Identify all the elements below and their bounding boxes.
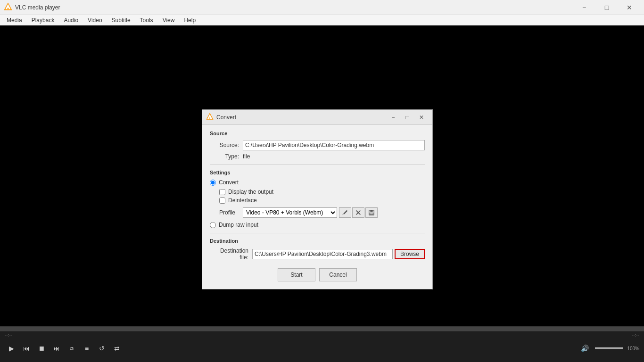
source-label: Source:: [210, 142, 243, 148]
maximize-button[interactable]: □: [596, 0, 618, 15]
type-label: Type:: [210, 153, 243, 160]
cancel-button[interactable]: Cancel: [319, 268, 357, 281]
profile-select[interactable]: Video - VP80 + Vorbis (Webm): [243, 207, 337, 218]
dialog-body: Source Source: Type: file Settings Conve…: [202, 125, 432, 289]
dialog-title: Convert: [216, 114, 386, 121]
type-row: Type: file: [210, 153, 425, 160]
destination-file-input[interactable]: [252, 249, 393, 259]
source-section-title: Source: [210, 131, 425, 136]
extended-settings-button[interactable]: ≡: [80, 342, 93, 355]
next-button[interactable]: ⏭: [50, 342, 63, 355]
profile-row: Profile Video - VP80 + Vorbis (Webm): [219, 207, 425, 218]
divider-1: [210, 165, 425, 165]
deinterlace-row: Deinterlace: [219, 197, 425, 204]
volume-fill: [595, 347, 623, 349]
prev-button[interactable]: ⏮: [20, 342, 33, 355]
time-left: --:--: [5, 333, 12, 338]
loop-button[interactable]: ↺: [95, 342, 108, 355]
svg-rect-9: [370, 210, 372, 212]
convert-radio-row: Convert: [210, 179, 425, 186]
dialog-titlebar: Convert − □ ✕: [202, 110, 432, 125]
time-bar: --:-- --:--: [0, 331, 644, 339]
shuffle-button[interactable]: ⇄: [110, 342, 124, 355]
volume-icon[interactable]: 🔊: [578, 342, 591, 355]
settings-section-title: Settings: [210, 170, 425, 175]
stop-button[interactable]: ⏹: [35, 342, 48, 355]
close-button[interactable]: ✕: [619, 0, 640, 15]
deinterlace-label[interactable]: Deinterlace: [228, 197, 257, 204]
menu-view[interactable]: View: [158, 16, 180, 25]
menu-subtitle[interactable]: Subtitle: [107, 16, 135, 25]
convert-dialog: Convert − □ ✕ Source Source: Type: file …: [202, 109, 433, 289]
destination-row: Destination file: Browse: [210, 247, 425, 261]
display-output-label[interactable]: Display the output: [228, 189, 273, 195]
dialog-maximize-button[interactable]: □: [400, 112, 414, 123]
controls-row: ▶ ⏮ ⏹ ⏭ ⧉ ≡ ↺ ⇄ 🔊 100%: [0, 339, 644, 358]
menu-audio[interactable]: Audio: [59, 16, 83, 25]
display-output-row: Display the output: [219, 189, 425, 195]
dump-raw-radio[interactable]: [210, 222, 216, 228]
destination-file-label: Destination file:: [210, 247, 252, 261]
profile-save-button[interactable]: [365, 207, 378, 218]
dump-raw-label[interactable]: Dump raw input: [219, 222, 258, 228]
profile-edit-button[interactable]: [339, 207, 351, 218]
volume-slider[interactable]: [595, 347, 623, 349]
play-button[interactable]: ▶: [5, 342, 18, 355]
profile-label: Profile: [219, 209, 243, 216]
menu-help[interactable]: Help: [179, 16, 200, 25]
dialog-close-button[interactable]: ✕: [414, 112, 429, 123]
menu-media[interactable]: Media: [2, 16, 27, 25]
volume-percent: 100%: [627, 346, 639, 351]
titlebar: VLC media player − □ ✕: [0, 0, 644, 15]
dialog-icon: [206, 113, 214, 122]
menu-video[interactable]: Video: [83, 16, 107, 25]
svg-point-5: [209, 117, 211, 119]
start-button[interactable]: Start: [278, 268, 315, 281]
progress-bar-area[interactable]: [0, 327, 644, 331]
dialog-minimize-button[interactable]: −: [386, 112, 400, 123]
dump-raw-radio-row: Dump raw input: [210, 222, 425, 228]
menubar: Media Playback Audio Video Subtitle Tool…: [0, 15, 644, 25]
display-output-checkbox[interactable]: [219, 189, 225, 195]
menu-tools[interactable]: Tools: [135, 16, 158, 25]
main-area: Convert − □ ✕ Source Source: Type: file …: [0, 25, 644, 337]
profile-delete-button[interactable]: [352, 207, 364, 218]
destination-section-title: Destination: [210, 238, 425, 244]
profile-buttons: [339, 207, 378, 218]
source-row: Source:: [210, 140, 425, 150]
type-value: file: [243, 153, 250, 160]
progress-track: [0, 327, 644, 331]
bottom-bar: --:-- --:-- ▶ ⏮ ⏹ ⏭ ⧉ ≡ ↺ ⇄ 🔊 100%: [0, 326, 644, 362]
browse-button[interactable]: Browse: [395, 249, 425, 259]
svg-point-2: [8, 8, 9, 9]
action-row: Start Cancel: [210, 268, 425, 281]
convert-radio[interactable]: [210, 180, 216, 186]
frame-icon[interactable]: ⧉: [65, 342, 78, 355]
source-input[interactable]: [243, 140, 425, 150]
convert-radio-label[interactable]: Convert: [219, 179, 239, 186]
time-right: --:--: [632, 333, 639, 338]
deinterlace-checkbox[interactable]: [219, 197, 225, 204]
app-icon: [4, 2, 12, 12]
divider-2: [210, 233, 425, 233]
svg-rect-10: [370, 213, 373, 215]
app-title: VLC media player: [15, 4, 573, 11]
menu-playback[interactable]: Playback: [27, 16, 59, 25]
minimize-button[interactable]: −: [573, 0, 595, 15]
